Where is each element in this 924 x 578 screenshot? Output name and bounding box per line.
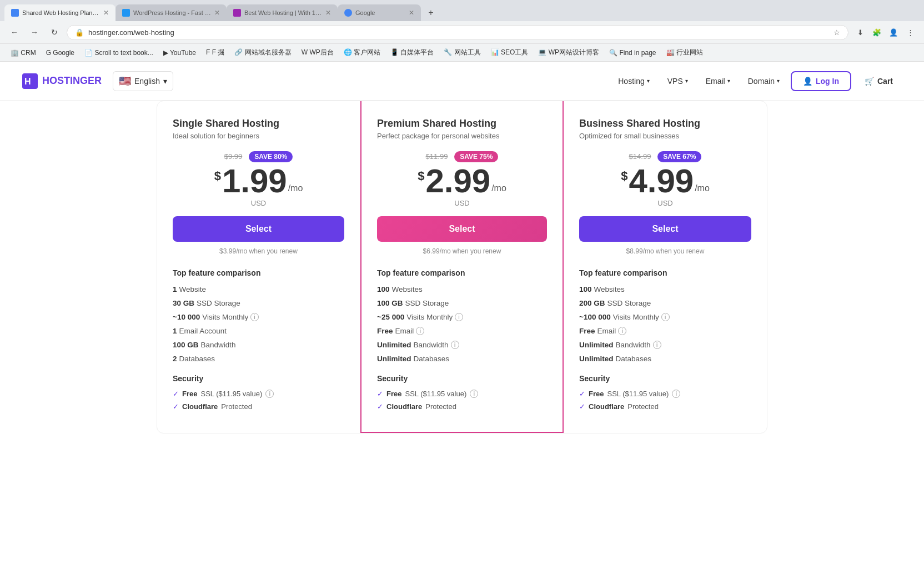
check-icon-p1: ✓	[377, 390, 383, 398]
logo-icon: H	[22, 73, 38, 89]
logo[interactable]: H HOSTINGER	[22, 73, 102, 89]
tab-favicon-3	[233, 9, 241, 17]
check-icon-2: ✓	[173, 402, 179, 411]
bookmark-youtube-label: ▶ YouTube	[163, 49, 196, 57]
bookmark-customer-label: 🌐 客户网站	[344, 48, 380, 57]
visits-info-icon-b[interactable]: i	[661, 313, 670, 321]
flag-icon: 🇺🇸	[119, 75, 131, 87]
bookmark-seo[interactable]: 📊 SEO工具	[487, 46, 533, 59]
plan-business-features-title: Top feature comparison	[579, 268, 751, 277]
bandwidth-info-icon-p[interactable]: i	[451, 341, 459, 349]
email-info-icon-b[interactable]: i	[618, 327, 626, 335]
reload-button[interactable]: ↻	[47, 24, 62, 40]
visits-info-icon[interactable]: i	[250, 313, 259, 321]
bookmark-domain[interactable]: 🔗 网站域名服务器	[230, 46, 295, 59]
menu-icon[interactable]: ⋮	[903, 25, 917, 39]
nav-domain-label: Domain	[748, 77, 775, 86]
tab-close-1[interactable]: ✕	[103, 9, 109, 17]
plan-premium-price-main: 2.99	[425, 165, 490, 198]
bookmark-google[interactable]: G Google	[42, 47, 78, 58]
plan-single-feature-5: 100 GB Bandwidth	[173, 341, 344, 349]
svg-text:H: H	[24, 77, 31, 86]
plan-premium: Premium Shared Hosting Perfect package f…	[360, 101, 564, 433]
tab-2[interactable]: WordPress Hosting - Fast and... ✕	[116, 4, 227, 21]
bookmark-media-label: 📱 自媒体平台	[390, 48, 434, 57]
language-selector[interactable]: 🇺🇸 English ▾	[113, 71, 173, 91]
star-icon[interactable]: ☆	[833, 28, 840, 37]
tab-4[interactable]: Google ✕	[338, 4, 421, 21]
tab-3[interactable]: Best Web Hosting | With 1-Cli... ✕	[227, 4, 338, 21]
plan-premium-security-title: Security	[377, 374, 547, 383]
nav-hosting[interactable]: Hosting ▾	[611, 72, 656, 90]
plan-single-save-badge: SAVE 80%	[249, 151, 293, 162]
plans-section: Single Shared Hosting Ideal solution for…	[0, 101, 924, 456]
visits-info-icon-p[interactable]: i	[455, 313, 463, 321]
plan-business-usd: USD	[579, 199, 751, 207]
url-bar[interactable]: 🔒 hostinger.com/web-hosting ☆	[67, 25, 848, 40]
tab-close-4[interactable]: ✕	[409, 9, 414, 17]
lock-icon: 🔒	[75, 28, 84, 37]
plan-premium-usd: USD	[377, 199, 547, 207]
nav-vps[interactable]: VPS ▾	[661, 72, 695, 90]
plan-business-price-main: 4.99	[629, 165, 694, 198]
login-label: Log In	[816, 77, 839, 86]
main-nav: Hosting ▾ VPS ▾ Email ▾ Domain ▾ 👤 Log I…	[611, 71, 902, 91]
url-action-icons: ☆	[833, 28, 840, 37]
ssl-info-icon[interactable]: i	[265, 390, 274, 398]
plan-single-feature-3: ~10 000 Visits Monthly i	[173, 313, 344, 321]
plan-premium-security-2: ✓ Cloudflare Protected	[377, 402, 547, 411]
plan-premium-name: Premium Shared Hosting	[377, 118, 547, 129]
plan-single-select-button[interactable]: Select	[173, 216, 344, 242]
browser-chrome: Shared Web Hosting Plans - F... ✕ WordPr…	[0, 0, 924, 62]
bookmark-scroll[interactable]: 📄 Scroll to text book...	[81, 47, 157, 58]
bookmark-customer[interactable]: 🌐 客户网站	[340, 46, 384, 59]
browser-action-buttons: ⬇ 🧩 👤 ⋮	[853, 25, 917, 39]
plans-grid: Single Shared Hosting Ideal solution for…	[157, 101, 767, 434]
bookmark-tools[interactable]: 🔧 网站工具	[440, 46, 484, 59]
back-button[interactable]: ←	[7, 24, 22, 40]
ssl-info-icon-p[interactable]: i	[470, 390, 478, 398]
bookmark-youtube[interactable]: ▶ YouTube	[159, 47, 200, 58]
plan-single-name: Single Shared Hosting	[173, 118, 344, 129]
bookmark-industry[interactable]: 🏭 行业网站	[662, 46, 707, 59]
plan-business-feature-2: 200 GB SSD Storage	[579, 299, 751, 307]
domain-chevron-icon: ▾	[777, 78, 780, 84]
bookmark-wp-blog[interactable]: 💻 WP网站设计博客	[534, 46, 603, 59]
tab-label-2: WordPress Hosting - Fast and...	[133, 9, 211, 16]
cart-button[interactable]: 🛒 Cart	[856, 72, 902, 90]
bookmark-find[interactable]: 🔍 Find in page	[605, 47, 660, 58]
check-icon-p2: ✓	[377, 402, 383, 411]
nav-email-label: Email	[706, 77, 725, 86]
nav-vps-label: VPS	[667, 77, 683, 86]
login-button[interactable]: 👤 Log In	[791, 71, 851, 91]
plan-premium-select-button[interactable]: Select	[377, 216, 547, 242]
tab-close-2[interactable]: ✕	[214, 9, 220, 17]
plan-premium-feature-2: 100 GB SSD Storage	[377, 299, 547, 307]
profile-icon[interactable]: 👤	[886, 25, 901, 39]
bookmark-tools-label: 🔧 网站工具	[444, 48, 480, 57]
bookmark-industry-label: 🏭 行业网站	[666, 48, 703, 57]
extensions-icon[interactable]: 🧩	[870, 25, 884, 39]
plan-business-select-button[interactable]: Select	[579, 216, 751, 242]
bookmark-wp[interactable]: W WP后台	[298, 46, 338, 59]
bookmark-f-jue[interactable]: F F 掘	[202, 46, 228, 59]
nav-email[interactable]: Email ▾	[699, 72, 737, 90]
download-icon[interactable]: ⬇	[853, 25, 867, 39]
nav-domain[interactable]: Domain ▾	[741, 72, 786, 90]
plan-business-feature-1: 100 Websites	[579, 285, 751, 293]
email-info-icon-p[interactable]: i	[416, 327, 424, 335]
tab-close-3[interactable]: ✕	[325, 9, 331, 17]
bookmark-media[interactable]: 📱 自媒体平台	[386, 46, 438, 59]
plan-premium-feature-5: Unlimited Bandwidth i	[377, 341, 547, 349]
bookmark-crm[interactable]: 🏢 CRM	[7, 47, 40, 58]
forward-button[interactable]: →	[27, 24, 42, 40]
tab-1[interactable]: Shared Web Hosting Plans - F... ✕	[4, 4, 116, 21]
bandwidth-info-icon-b[interactable]: i	[653, 341, 661, 349]
new-tab-button[interactable]: +	[423, 5, 439, 21]
ssl-info-icon-b[interactable]: i	[672, 390, 680, 398]
bookmark-google-label: G Google	[46, 49, 74, 57]
plan-premium-features-title: Top feature comparison	[377, 268, 547, 277]
site-header: H HOSTINGER 🇺🇸 English ▾ Hosting ▾ VPS ▾…	[0, 62, 924, 101]
bookmark-crm-label: 🏢 CRM	[11, 49, 36, 57]
plan-business-original-price: $14.99	[629, 152, 651, 161]
